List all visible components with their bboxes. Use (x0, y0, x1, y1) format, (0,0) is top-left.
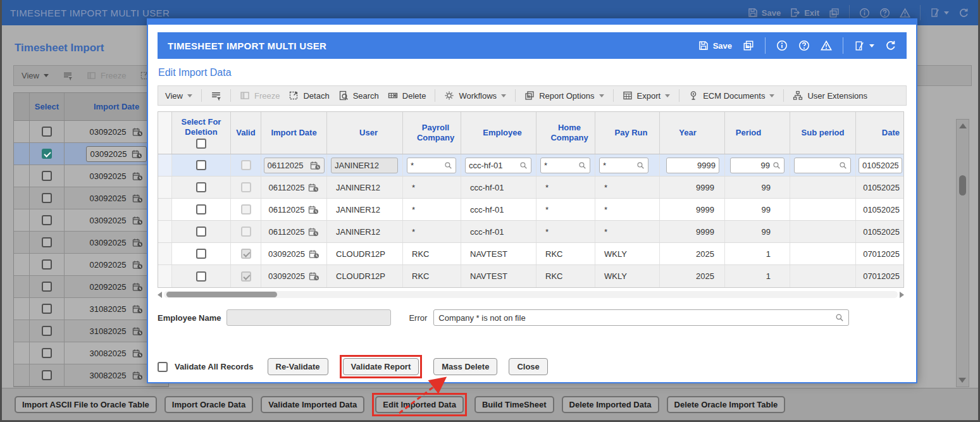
magnifier-icon[interactable] (772, 161, 781, 170)
report-icon[interactable] (829, 8, 840, 18)
bg-date-input[interactable]: 03092025 (86, 146, 147, 162)
delete-checkbox[interactable] (196, 204, 206, 214)
magnifier-icon[interactable] (578, 161, 586, 170)
scroll-track[interactable] (164, 291, 898, 298)
home-company-input[interactable] (540, 158, 590, 173)
table-row[interactable]: 03092025 (14, 165, 168, 187)
row-checkbox[interactable] (42, 282, 52, 292)
table-row[interactable]: 03092025 (14, 209, 168, 232)
grid-row[interactable]: 03092025 CLOUDR12P RKC NAVTEST RKC WKLY … (158, 265, 903, 287)
calendar-clock-icon[interactable] (132, 326, 143, 336)
scroll-left-arrow[interactable] (158, 292, 162, 298)
grid-row[interactable]: 03092025 CLOUDR12P RKC NAVTEST RKC WKLY … (158, 243, 903, 265)
bg-exit-button[interactable]: Exit (790, 8, 819, 18)
calendar-clock-icon[interactable] (132, 349, 143, 358)
page-vertical-scrollbar[interactable] (956, 119, 969, 387)
row-checkbox[interactable] (42, 259, 52, 270)
edit-imported-data-button[interactable]: Edit Imported Data (375, 396, 464, 413)
calendar-clock-icon[interactable] (308, 227, 319, 237)
row-checkbox[interactable] (42, 215, 52, 225)
delete-button[interactable]: Delete (388, 90, 426, 101)
info-icon[interactable] (859, 8, 870, 18)
validate-report-button[interactable]: Validate Report (343, 358, 419, 375)
table-row[interactable]: 03092025 (14, 121, 168, 143)
filter-icon[interactable] (211, 90, 221, 101)
error-field[interactable] (433, 309, 849, 326)
row-checkbox[interactable] (42, 237, 52, 247)
grid-horizontal-scrollbar[interactable] (158, 290, 904, 299)
import-oracle-data-button[interactable]: Import Oracle Data (164, 396, 253, 413)
bg-edit-form-menu[interactable] (930, 8, 949, 18)
grid-row[interactable]: 06112025 JANINER12 * ccc-hf-01 * * 9999 … (158, 177, 903, 199)
grid-row[interactable]: 06112025 JANINER12 * ccc-hf-01 * * 9999 … (158, 199, 903, 221)
import-ascii-button[interactable]: Import ASCII File to Oracle Table (15, 396, 157, 413)
info-icon[interactable] (776, 40, 788, 51)
delete-oracle-import-table-button[interactable]: Delete Oracle Import Table (667, 396, 786, 413)
scroll-thumb[interactable] (166, 292, 277, 297)
calendar-clock-icon[interactable] (309, 249, 319, 259)
payroll-company-input[interactable] (407, 158, 456, 173)
calendar-clock-icon[interactable] (132, 304, 143, 314)
workflows-menu[interactable]: Workflows (444, 90, 506, 101)
row-checkbox[interactable] (42, 304, 52, 314)
freeze-button[interactable]: Freeze (240, 90, 280, 101)
scroll-up-arrow[interactable] (959, 123, 967, 128)
report-icon[interactable] (743, 40, 754, 51)
row-checkbox[interactable] (42, 171, 52, 181)
bg-freeze-button[interactable]: Freeze (87, 71, 126, 80)
calendar-clock-icon[interactable] (132, 260, 143, 270)
row-checkbox-checked[interactable] (42, 149, 52, 159)
table-row-selected[interactable]: 03092025 (14, 143, 168, 165)
calendar-clock-icon[interactable] (132, 216, 143, 225)
row-checkbox[interactable] (42, 370, 52, 380)
magnifier-icon[interactable] (519, 161, 528, 170)
select-all-checkbox[interactable] (196, 139, 206, 149)
calendar-clock-icon[interactable] (132, 238, 143, 247)
search-button[interactable]: Search (338, 90, 379, 101)
report-options-menu[interactable]: Report Options (524, 90, 604, 101)
table-row[interactable]: 03092025 (14, 232, 168, 254)
table-row[interactable]: 02092025 (14, 254, 168, 276)
magnifier-icon[interactable] (444, 161, 452, 170)
user-extensions-button[interactable]: User Extensions (793, 90, 867, 101)
table-row[interactable]: 03092025 (14, 187, 168, 209)
scroll-right-arrow[interactable] (900, 292, 904, 298)
warning-icon[interactable] (900, 8, 910, 18)
calendar-clock-icon[interactable] (309, 271, 319, 281)
revalidate-button[interactable]: Re-Validate (268, 358, 328, 375)
calendar-clock-icon[interactable] (308, 205, 319, 214)
calendar-clock-icon[interactable] (132, 371, 143, 380)
magnifier-icon[interactable] (839, 161, 847, 170)
employee-input[interactable] (465, 158, 531, 173)
period-input[interactable] (730, 158, 785, 173)
year-input[interactable] (666, 158, 719, 173)
modal-edit-form-menu[interactable] (854, 40, 874, 51)
import-date-input[interactable] (264, 158, 325, 173)
calendar-clock-icon[interactable] (310, 161, 321, 170)
warning-icon[interactable] (821, 40, 832, 51)
validate-imported-data-button[interactable]: Validate Imported Data (261, 396, 364, 413)
delete-checkbox[interactable] (196, 271, 206, 282)
table-row[interactable]: 31082025 (14, 298, 168, 320)
refresh-icon[interactable] (958, 8, 969, 18)
grid-row-selected[interactable] (158, 154, 903, 177)
mass-delete-button[interactable]: Mass Delete (433, 358, 497, 375)
modal-save-button[interactable]: Save (698, 40, 732, 51)
help-icon[interactable] (879, 8, 890, 18)
table-row[interactable]: 02092025 (14, 276, 168, 298)
bg-view-menu[interactable]: View (22, 71, 49, 80)
table-row[interactable]: 30082025 (14, 364, 168, 387)
grid-row[interactable]: 06112025 JANINER12 * ccc-hf-01 * * 9999 … (158, 221, 903, 243)
table-row[interactable]: 30082025 (14, 342, 168, 364)
magnifier-icon[interactable] (636, 161, 645, 170)
row-checkbox[interactable] (42, 348, 52, 358)
delete-checkbox[interactable] (196, 160, 206, 170)
row-checkbox[interactable] (42, 127, 52, 137)
bg-save-button[interactable]: Save (748, 8, 781, 18)
close-button[interactable]: Close (509, 358, 547, 375)
calendar-clock-icon[interactable] (132, 127, 143, 137)
calendar-clock-icon[interactable] (132, 171, 143, 181)
row-checkbox[interactable] (42, 193, 52, 203)
delete-checkbox[interactable] (196, 227, 206, 237)
scroll-thumb[interactable] (959, 175, 966, 195)
